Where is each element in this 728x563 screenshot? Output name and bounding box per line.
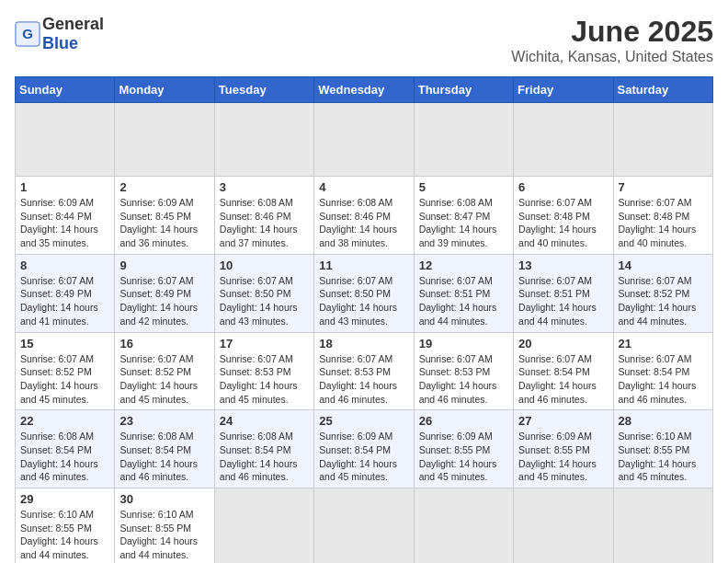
calendar-day-cell <box>414 103 513 177</box>
day-number: 6 <box>518 180 608 194</box>
weekday-header: Saturday <box>613 77 712 103</box>
calendar-table: SundayMondayTuesdayWednesdayThursdayFrid… <box>15 76 713 563</box>
day-info: Sunrise: 6:08 AM Sunset: 8:54 PM Dayligh… <box>20 430 109 484</box>
day-info: Sunrise: 6:08 AM Sunset: 8:46 PM Dayligh… <box>220 196 309 250</box>
calendar-day-cell <box>16 103 115 177</box>
calendar-day-cell: 9 Sunrise: 6:07 AM Sunset: 8:49 PM Dayli… <box>115 254 214 332</box>
calendar-day-cell <box>514 103 613 177</box>
day-number: 14 <box>619 259 708 272</box>
day-info: Sunrise: 6:09 AM Sunset: 8:55 PM Dayligh… <box>419 430 508 484</box>
day-info: Sunrise: 6:08 AM Sunset: 8:46 PM Dayligh… <box>319 196 408 250</box>
day-number: 24 <box>220 414 309 428</box>
weekday-header: Monday <box>115 77 214 103</box>
day-number: 13 <box>518 259 608 272</box>
calendar-day-cell <box>613 103 712 177</box>
calendar-day-cell: 27 Sunrise: 6:09 AM Sunset: 8:55 PM Dayl… <box>514 410 613 488</box>
page-title: June 2025 <box>511 15 713 49</box>
day-info: Sunrise: 6:07 AM Sunset: 8:48 PM Dayligh… <box>518 196 608 250</box>
day-info: Sunrise: 6:10 AM Sunset: 8:55 PM Dayligh… <box>619 430 708 484</box>
day-info: Sunrise: 6:07 AM Sunset: 8:50 PM Dayligh… <box>220 274 309 328</box>
calendar-day-cell: 26 Sunrise: 6:09 AM Sunset: 8:55 PM Dayl… <box>414 410 513 488</box>
calendar-day-cell: 8 Sunrise: 6:07 AM Sunset: 8:49 PM Dayli… <box>16 254 115 332</box>
day-number: 19 <box>419 337 508 350</box>
calendar-day-cell: 28 Sunrise: 6:10 AM Sunset: 8:55 PM Dayl… <box>613 410 712 488</box>
day-info: Sunrise: 6:07 AM Sunset: 8:53 PM Dayligh… <box>319 352 408 407</box>
day-info: Sunrise: 6:09 AM Sunset: 8:45 PM Dayligh… <box>119 196 209 250</box>
calendar-day-cell <box>214 488 313 564</box>
day-info: Sunrise: 6:07 AM Sunset: 8:51 PM Dayligh… <box>419 274 508 328</box>
day-number: 22 <box>20 414 109 428</box>
calendar-day-cell: 4 Sunrise: 6:08 AM Sunset: 8:46 PM Dayli… <box>314 177 414 255</box>
day-info: Sunrise: 6:07 AM Sunset: 8:49 PM Dayligh… <box>20 274 109 328</box>
day-number: 12 <box>419 259 508 272</box>
calendar-day-cell: 10 Sunrise: 6:07 AM Sunset: 8:50 PM Dayl… <box>214 254 313 332</box>
calendar-day-cell: 15 Sunrise: 6:07 AM Sunset: 8:52 PM Dayl… <box>16 332 115 410</box>
calendar-day-cell <box>314 488 414 564</box>
day-number: 10 <box>220 259 309 272</box>
day-number: 5 <box>419 180 508 194</box>
day-info: Sunrise: 6:07 AM Sunset: 8:53 PM Dayligh… <box>220 352 309 407</box>
day-number: 30 <box>119 492 209 506</box>
calendar-week-row: 8 Sunrise: 6:07 AM Sunset: 8:49 PM Dayli… <box>16 254 713 332</box>
day-number: 18 <box>319 337 408 350</box>
calendar-day-cell: 12 Sunrise: 6:07 AM Sunset: 8:51 PM Dayl… <box>414 254 513 332</box>
calendar-week-row: 22 Sunrise: 6:08 AM Sunset: 8:54 PM Dayl… <box>16 410 713 488</box>
calendar-day-cell: 17 Sunrise: 6:07 AM Sunset: 8:53 PM Dayl… <box>214 332 313 410</box>
title-block: June 2025 Wichita, Kansas, United States <box>511 15 713 65</box>
day-number: 3 <box>220 180 309 194</box>
day-number: 23 <box>119 414 209 428</box>
day-number: 8 <box>20 259 109 272</box>
calendar-day-cell: 14 Sunrise: 6:07 AM Sunset: 8:52 PM Dayl… <box>613 254 712 332</box>
day-number: 15 <box>20 337 109 350</box>
day-number: 11 <box>319 259 408 272</box>
day-number: 1 <box>20 180 109 194</box>
calendar-day-cell: 1 Sunrise: 6:09 AM Sunset: 8:44 PM Dayli… <box>16 177 115 255</box>
day-info: Sunrise: 6:09 AM Sunset: 8:55 PM Dayligh… <box>518 430 608 484</box>
logo: G General Blue <box>15 15 104 53</box>
calendar-day-cell: 20 Sunrise: 6:07 AM Sunset: 8:54 PM Dayl… <box>514 332 613 410</box>
day-number: 27 <box>518 414 608 428</box>
day-info: Sunrise: 6:07 AM Sunset: 8:52 PM Dayligh… <box>119 352 209 407</box>
day-info: Sunrise: 6:09 AM Sunset: 8:44 PM Dayligh… <box>20 196 109 250</box>
svg-text:G: G <box>22 26 33 41</box>
calendar-week-row: 1 Sunrise: 6:09 AM Sunset: 8:44 PM Dayli… <box>16 177 713 255</box>
calendar-day-cell: 22 Sunrise: 6:08 AM Sunset: 8:54 PM Dayl… <box>16 410 115 488</box>
day-info: Sunrise: 6:07 AM Sunset: 8:50 PM Dayligh… <box>319 274 408 328</box>
day-number: 28 <box>619 414 708 428</box>
calendar-day-cell: 5 Sunrise: 6:08 AM Sunset: 8:47 PM Dayli… <box>414 177 513 255</box>
day-info: Sunrise: 6:07 AM Sunset: 8:52 PM Dayligh… <box>619 274 708 328</box>
day-info: Sunrise: 6:08 AM Sunset: 8:54 PM Dayligh… <box>220 430 309 484</box>
calendar-day-cell <box>414 488 513 564</box>
calendar-day-cell: 2 Sunrise: 6:09 AM Sunset: 8:45 PM Dayli… <box>115 177 214 255</box>
calendar-day-cell: 19 Sunrise: 6:07 AM Sunset: 8:53 PM Dayl… <box>414 332 513 410</box>
calendar-day-cell: 30 Sunrise: 6:10 AM Sunset: 8:55 PM Dayl… <box>115 488 214 564</box>
day-number: 20 <box>518 337 608 350</box>
day-number: 17 <box>220 337 309 350</box>
day-info: Sunrise: 6:07 AM Sunset: 8:52 PM Dayligh… <box>20 352 109 407</box>
calendar-day-cell: 24 Sunrise: 6:08 AM Sunset: 8:54 PM Dayl… <box>214 410 313 488</box>
day-info: Sunrise: 6:09 AM Sunset: 8:54 PM Dayligh… <box>319 430 408 484</box>
weekday-header: Tuesday <box>214 77 313 103</box>
calendar-day-cell: 7 Sunrise: 6:07 AM Sunset: 8:48 PM Dayli… <box>613 177 712 255</box>
day-info: Sunrise: 6:10 AM Sunset: 8:55 PM Dayligh… <box>20 508 109 562</box>
calendar-day-cell: 13 Sunrise: 6:07 AM Sunset: 8:51 PM Dayl… <box>514 254 613 332</box>
day-info: Sunrise: 6:07 AM Sunset: 8:49 PM Dayligh… <box>119 274 209 328</box>
calendar-day-cell <box>514 488 613 564</box>
weekday-header: Friday <box>514 77 613 103</box>
day-info: Sunrise: 6:07 AM Sunset: 8:53 PM Dayligh… <box>419 352 508 407</box>
weekday-header: Sunday <box>16 77 115 103</box>
calendar-day-cell <box>214 103 313 177</box>
day-info: Sunrise: 6:07 AM Sunset: 8:54 PM Dayligh… <box>619 352 708 407</box>
day-number: 16 <box>119 337 209 350</box>
day-info: Sunrise: 6:07 AM Sunset: 8:48 PM Dayligh… <box>619 196 708 250</box>
day-number: 2 <box>119 180 209 194</box>
page-subtitle: Wichita, Kansas, United States <box>511 49 713 65</box>
day-info: Sunrise: 6:07 AM Sunset: 8:54 PM Dayligh… <box>518 352 608 407</box>
calendar-week-row: 15 Sunrise: 6:07 AM Sunset: 8:52 PM Dayl… <box>16 332 713 410</box>
page-header: G General Blue June 2025 Wichita, Kansas… <box>15 15 713 65</box>
calendar-header-row: SundayMondayTuesdayWednesdayThursdayFrid… <box>16 77 713 103</box>
logo-general: General <box>42 15 104 33</box>
calendar-day-cell: 21 Sunrise: 6:07 AM Sunset: 8:54 PM Dayl… <box>613 332 712 410</box>
day-number: 21 <box>619 337 708 350</box>
weekday-header: Wednesday <box>314 77 414 103</box>
